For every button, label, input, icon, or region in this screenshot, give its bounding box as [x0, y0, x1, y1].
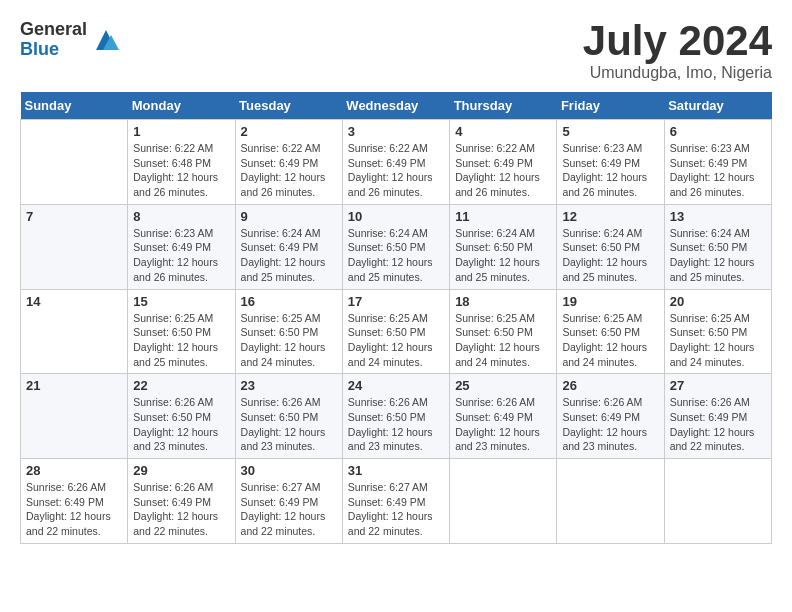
calendar-cell: 7 — [21, 204, 128, 289]
day-number: 14 — [26, 294, 122, 309]
day-info: Sunrise: 6:22 AMSunset: 6:49 PMDaylight:… — [455, 141, 551, 200]
day-number: 16 — [241, 294, 337, 309]
day-number: 6 — [670, 124, 766, 139]
day-info: Sunrise: 6:27 AMSunset: 6:49 PMDaylight:… — [348, 480, 444, 539]
day-number: 15 — [133, 294, 229, 309]
calendar-cell: 25Sunrise: 6:26 AMSunset: 6:49 PMDayligh… — [450, 374, 557, 459]
logo: General Blue — [20, 20, 121, 60]
day-info: Sunrise: 6:25 AMSunset: 6:50 PMDaylight:… — [562, 311, 658, 370]
day-info: Sunrise: 6:23 AMSunset: 6:49 PMDaylight:… — [670, 141, 766, 200]
day-info: Sunrise: 6:24 AMSunset: 6:50 PMDaylight:… — [455, 226, 551, 285]
day-info: Sunrise: 6:26 AMSunset: 6:50 PMDaylight:… — [133, 395, 229, 454]
calendar-header: SundayMondayTuesdayWednesdayThursdayFrid… — [21, 92, 772, 120]
day-info: Sunrise: 6:22 AMSunset: 6:48 PMDaylight:… — [133, 141, 229, 200]
day-number: 13 — [670, 209, 766, 224]
day-info: Sunrise: 6:24 AMSunset: 6:50 PMDaylight:… — [562, 226, 658, 285]
day-info: Sunrise: 6:26 AMSunset: 6:49 PMDaylight:… — [133, 480, 229, 539]
day-info: Sunrise: 6:25 AMSunset: 6:50 PMDaylight:… — [670, 311, 766, 370]
day-info: Sunrise: 6:26 AMSunset: 6:50 PMDaylight:… — [348, 395, 444, 454]
calendar-cell: 24Sunrise: 6:26 AMSunset: 6:50 PMDayligh… — [342, 374, 449, 459]
day-info: Sunrise: 6:22 AMSunset: 6:49 PMDaylight:… — [241, 141, 337, 200]
calendar-cell — [21, 120, 128, 205]
calendar-cell: 4Sunrise: 6:22 AMSunset: 6:49 PMDaylight… — [450, 120, 557, 205]
day-info: Sunrise: 6:25 AMSunset: 6:50 PMDaylight:… — [348, 311, 444, 370]
calendar-cell — [450, 459, 557, 544]
day-number: 19 — [562, 294, 658, 309]
day-info: Sunrise: 6:26 AMSunset: 6:49 PMDaylight:… — [670, 395, 766, 454]
day-info: Sunrise: 6:27 AMSunset: 6:49 PMDaylight:… — [241, 480, 337, 539]
day-number: 25 — [455, 378, 551, 393]
calendar-table: SundayMondayTuesdayWednesdayThursdayFrid… — [20, 92, 772, 544]
calendar-cell: 28Sunrise: 6:26 AMSunset: 6:49 PMDayligh… — [21, 459, 128, 544]
calendar-cell: 3Sunrise: 6:22 AMSunset: 6:49 PMDaylight… — [342, 120, 449, 205]
day-number: 2 — [241, 124, 337, 139]
day-number: 27 — [670, 378, 766, 393]
calendar-cell: 18Sunrise: 6:25 AMSunset: 6:50 PMDayligh… — [450, 289, 557, 374]
week-row-2: 78Sunrise: 6:23 AMSunset: 6:49 PMDayligh… — [21, 204, 772, 289]
calendar-body: 1Sunrise: 6:22 AMSunset: 6:48 PMDaylight… — [21, 120, 772, 544]
day-info: Sunrise: 6:26 AMSunset: 6:49 PMDaylight:… — [455, 395, 551, 454]
calendar-cell: 12Sunrise: 6:24 AMSunset: 6:50 PMDayligh… — [557, 204, 664, 289]
day-info: Sunrise: 6:24 AMSunset: 6:50 PMDaylight:… — [348, 226, 444, 285]
calendar-cell: 23Sunrise: 6:26 AMSunset: 6:50 PMDayligh… — [235, 374, 342, 459]
calendar-cell: 20Sunrise: 6:25 AMSunset: 6:50 PMDayligh… — [664, 289, 771, 374]
week-row-3: 1415Sunrise: 6:25 AMSunset: 6:50 PMDayli… — [21, 289, 772, 374]
header-day-wednesday: Wednesday — [342, 92, 449, 120]
calendar-cell: 21 — [21, 374, 128, 459]
calendar-cell: 9Sunrise: 6:24 AMSunset: 6:49 PMDaylight… — [235, 204, 342, 289]
day-info: Sunrise: 6:25 AMSunset: 6:50 PMDaylight:… — [455, 311, 551, 370]
day-number: 20 — [670, 294, 766, 309]
calendar-cell: 17Sunrise: 6:25 AMSunset: 6:50 PMDayligh… — [342, 289, 449, 374]
title-block: July 2024 Umundugba, Imo, Nigeria — [583, 20, 772, 82]
logo-general-text: General — [20, 20, 87, 40]
week-row-5: 28Sunrise: 6:26 AMSunset: 6:49 PMDayligh… — [21, 459, 772, 544]
header-row: SundayMondayTuesdayWednesdayThursdayFrid… — [21, 92, 772, 120]
day-number: 7 — [26, 209, 122, 224]
header-day-thursday: Thursday — [450, 92, 557, 120]
calendar-cell: 22Sunrise: 6:26 AMSunset: 6:50 PMDayligh… — [128, 374, 235, 459]
day-number: 4 — [455, 124, 551, 139]
week-row-4: 2122Sunrise: 6:26 AMSunset: 6:50 PMDayli… — [21, 374, 772, 459]
header-day-monday: Monday — [128, 92, 235, 120]
calendar-cell: 27Sunrise: 6:26 AMSunset: 6:49 PMDayligh… — [664, 374, 771, 459]
logo-blue-text: Blue — [20, 40, 87, 60]
day-number: 11 — [455, 209, 551, 224]
header-day-tuesday: Tuesday — [235, 92, 342, 120]
calendar-cell — [664, 459, 771, 544]
page-header: General Blue July 2024 Umundugba, Imo, N… — [20, 20, 772, 82]
day-info: Sunrise: 6:24 AMSunset: 6:49 PMDaylight:… — [241, 226, 337, 285]
day-number: 5 — [562, 124, 658, 139]
day-number: 29 — [133, 463, 229, 478]
day-info: Sunrise: 6:26 AMSunset: 6:50 PMDaylight:… — [241, 395, 337, 454]
calendar-cell: 11Sunrise: 6:24 AMSunset: 6:50 PMDayligh… — [450, 204, 557, 289]
day-info: Sunrise: 6:25 AMSunset: 6:50 PMDaylight:… — [133, 311, 229, 370]
day-info: Sunrise: 6:22 AMSunset: 6:49 PMDaylight:… — [348, 141, 444, 200]
calendar-cell: 1Sunrise: 6:22 AMSunset: 6:48 PMDaylight… — [128, 120, 235, 205]
calendar-cell: 10Sunrise: 6:24 AMSunset: 6:50 PMDayligh… — [342, 204, 449, 289]
day-number: 3 — [348, 124, 444, 139]
logo-icon — [91, 25, 121, 55]
day-number: 30 — [241, 463, 337, 478]
day-number: 12 — [562, 209, 658, 224]
day-number: 17 — [348, 294, 444, 309]
day-number: 10 — [348, 209, 444, 224]
month-title: July 2024 — [583, 20, 772, 62]
day-number: 28 — [26, 463, 122, 478]
day-number: 9 — [241, 209, 337, 224]
calendar-cell: 14 — [21, 289, 128, 374]
calendar-cell: 13Sunrise: 6:24 AMSunset: 6:50 PMDayligh… — [664, 204, 771, 289]
day-number: 24 — [348, 378, 444, 393]
calendar-cell: 16Sunrise: 6:25 AMSunset: 6:50 PMDayligh… — [235, 289, 342, 374]
header-day-sunday: Sunday — [21, 92, 128, 120]
calendar-cell: 2Sunrise: 6:22 AMSunset: 6:49 PMDaylight… — [235, 120, 342, 205]
day-number: 8 — [133, 209, 229, 224]
calendar-cell: 19Sunrise: 6:25 AMSunset: 6:50 PMDayligh… — [557, 289, 664, 374]
day-info: Sunrise: 6:25 AMSunset: 6:50 PMDaylight:… — [241, 311, 337, 370]
calendar-cell: 29Sunrise: 6:26 AMSunset: 6:49 PMDayligh… — [128, 459, 235, 544]
calendar-cell: 30Sunrise: 6:27 AMSunset: 6:49 PMDayligh… — [235, 459, 342, 544]
day-number: 21 — [26, 378, 122, 393]
header-day-saturday: Saturday — [664, 92, 771, 120]
location-text: Umundugba, Imo, Nigeria — [583, 64, 772, 82]
calendar-cell: 31Sunrise: 6:27 AMSunset: 6:49 PMDayligh… — [342, 459, 449, 544]
day-number: 18 — [455, 294, 551, 309]
